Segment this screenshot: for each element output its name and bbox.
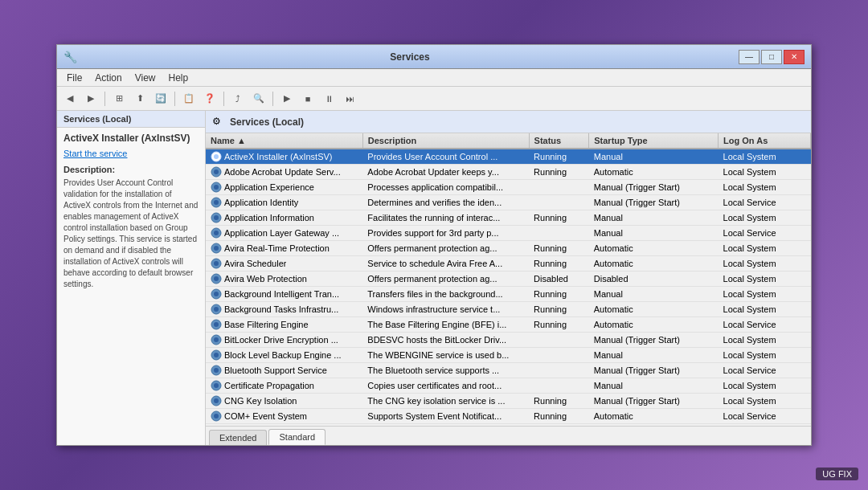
table-row[interactable]: BitLocker Drive Encryption ... BDESVC ho… [206,333,811,348]
filter-button[interactable]: 🔍 [249,90,268,108]
show-hide-button[interactable]: ⊞ [109,90,129,108]
cell-status: Running [529,165,589,180]
menu-file[interactable]: File [60,71,88,85]
cell-name: Block Level Backup Engine ... [206,348,362,363]
cell-startup: Manual [589,226,719,241]
table-row[interactable]: COM+ Event System Supports System Event … [206,409,811,424]
table-row[interactable]: Avira Web Protection Offers permanent pr… [206,272,811,287]
cell-name: Background Tasks Infrastru... [206,302,362,317]
col-header-description[interactable]: Description [362,133,529,149]
cell-status: Running [529,210,589,226]
table-row[interactable]: Background Tasks Infrastru... Windows in… [206,302,811,317]
table-row[interactable]: Certificate Propagation Copies user cert… [206,378,811,394]
cell-logon: Local System [719,149,811,165]
cell-startup: Manual (Trigger Start) [589,180,719,195]
cell-startup: Manual [589,378,719,394]
table-row[interactable]: Application Identity Determines and veri… [206,195,811,210]
cell-logon: Local System [719,302,811,317]
cell-logon: Local System [719,287,811,302]
svg-point-29 [214,368,219,373]
cell-name: Adobe Acrobat Update Serv... [206,165,362,180]
back-button[interactable]: ◀ [60,90,80,108]
window-title: Services [81,51,739,63]
cell-logon: Local System [719,333,811,348]
svg-point-17 [214,276,219,281]
export-button[interactable]: ⤴ [228,90,248,108]
cell-logon: Local System [719,272,811,287]
svg-point-15 [214,261,219,266]
svg-point-1 [214,154,219,159]
help-toolbar-button[interactable]: ❓ [200,90,219,108]
services-table-container[interactable]: Name ▲ Description Status Startup Type L… [206,133,811,426]
maximize-button[interactable]: □ [761,50,782,64]
cell-name: Application Information [206,210,362,226]
cell-desc: Offers permanent protection ag... [362,272,529,287]
restart-service-button[interactable]: ⏭ [340,90,359,108]
svg-point-21 [214,307,219,312]
minimize-button[interactable]: — [739,50,760,64]
cell-name: CNG Key Isolation [206,394,362,409]
table-row[interactable]: Block Level Backup Engine ... The WBENGI… [206,348,811,363]
col-header-name[interactable]: Name ▲ [206,133,362,149]
col-header-logon[interactable]: Log On As [719,133,811,149]
up-button[interactable]: ⬆ [130,90,149,108]
cell-name: Application Layer Gateway ... [206,226,362,241]
svg-point-23 [214,322,219,327]
cell-startup: Manual (Trigger Start) [589,363,719,378]
menu-help[interactable]: Help [162,71,195,85]
table-row[interactable]: CNG Key Isolation The CNG key isolation … [206,394,811,409]
menu-bar: File Action View Help [57,69,811,87]
cell-desc: Determines and verifies the iden... [362,195,529,210]
cell-logon: Local Service [719,409,811,424]
table-row[interactable]: Application Layer Gateway ... Provides s… [206,226,811,241]
close-button[interactable]: ✕ [784,50,805,64]
sidebar-start-link[interactable]: Start the service [63,149,199,158]
toolbar-separator-4 [272,92,273,106]
table-row[interactable]: Avira Real-Time Protection Offers perman… [206,241,811,256]
cell-desc: The Base Filtering Engine (BFE) i... [362,317,529,333]
cell-status: Disabled [529,272,589,287]
pause-service-button[interactable]: ⏸ [319,90,338,108]
sidebar-header: Services (Local) [57,111,205,128]
menu-action[interactable]: Action [88,71,128,85]
table-row[interactable]: ActiveX Installer (AxInstSV) Provides Us… [206,149,811,165]
cell-startup: Manual (Trigger Start) [589,333,719,348]
table-row[interactable]: Avira Scheduler Service to schedule Avir… [206,256,811,272]
menu-view[interactable]: View [129,71,162,85]
content-area: Services (Local) ActiveX Installer (AxIn… [57,111,811,445]
table-row[interactable]: Adobe Acrobat Update Serv... Adobe Acrob… [206,165,811,180]
svg-point-27 [214,353,219,357]
table-row[interactable]: Bluetooth Support Service The Bluetooth … [206,363,811,378]
tab-extended[interactable]: Extended [209,430,267,445]
start-service-button[interactable]: ▶ [277,90,297,108]
table-row[interactable]: Base Filtering Engine The Base Filtering… [206,317,811,333]
cell-logon: Local System [719,210,811,226]
cell-startup: Automatic [589,317,719,333]
cell-desc: Adobe Acrobat Updater keeps y... [362,165,529,180]
main-panel-header: ⚙ Services (Local) [206,111,811,133]
cell-name: ActiveX Installer (AxInstSV) [206,149,362,165]
table-row[interactable]: Background Intelligent Tran... Transfers… [206,287,811,302]
cell-desc: Offers permanent protection ag... [362,241,529,256]
tab-standard[interactable]: Standard [268,429,326,445]
cell-status: Running [529,409,589,424]
table-row[interactable]: Application Experience Processes applica… [206,180,811,195]
table-row[interactable]: Application Information Facilitates the … [206,210,811,226]
col-header-startup[interactable]: Startup Type [589,133,719,149]
cell-startup: Manual [589,149,719,165]
svg-point-25 [214,337,219,342]
cell-name: Application Experience [206,180,362,195]
stop-service-button[interactable]: ■ [298,90,317,108]
cell-status [529,333,589,348]
cell-desc: The Bluetooth service supports ... [362,363,529,378]
cell-status [529,226,589,241]
refresh-button[interactable]: 🔄 [151,90,170,108]
col-header-status[interactable]: Status [529,133,589,149]
toolbar-separator-3 [223,92,224,106]
properties-button[interactable]: 📋 [179,90,199,108]
cell-status: Running [529,287,589,302]
forward-button[interactable]: ▶ [81,90,100,108]
cell-status [529,348,589,363]
cell-desc: Supports System Event Notificat... [362,409,529,424]
sidebar-desc-title: Description: [63,165,199,174]
